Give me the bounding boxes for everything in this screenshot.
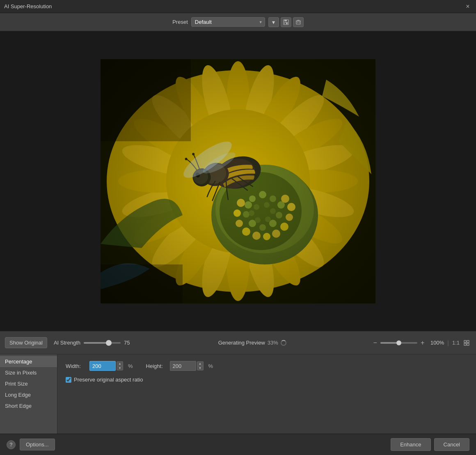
ai-strength-thumb[interactable] [106, 340, 112, 346]
svg-rect-82 [464, 343, 466, 345]
preset-dropdown[interactable]: Default Custom [191, 17, 265, 27]
svg-rect-6 [298, 20, 299, 21]
svg-rect-83 [467, 343, 469, 345]
zoom-ratio: 1:1 [452, 340, 460, 346]
svg-rect-79 [101, 59, 375, 303]
preset-label: Preset [172, 19, 188, 25]
options-button[interactable]: Options... [20, 439, 55, 450]
enhance-button[interactable]: Enhance [391, 438, 430, 451]
height-down-button[interactable]: ▼ [197, 366, 204, 370]
height-input-wrap: ▲ ▼ [170, 361, 204, 371]
preset-select-wrap: Default Custom [191, 17, 265, 27]
zoom-plus-button[interactable]: + [420, 339, 425, 347]
preserve-aspect-checkbox[interactable] [66, 377, 71, 383]
height-input[interactable] [170, 361, 196, 371]
preset-controls: ▾ [268, 17, 304, 27]
height-unit: % [208, 363, 213, 369]
generating-section: Generating Preview 33% [139, 340, 366, 346]
height-label: Height: [146, 363, 167, 369]
preserve-aspect-row: Preserve original aspect ratio [66, 377, 468, 383]
preview-area [0, 31, 476, 331]
zoom-minus-button[interactable]: − [373, 339, 378, 347]
cancel-button[interactable]: Cancel [434, 438, 469, 451]
height-up-button[interactable]: ▲ [197, 361, 204, 366]
width-up-button[interactable]: ▲ [117, 361, 123, 366]
width-input[interactable] [89, 361, 116, 371]
dimensions-row: Width: ▲ ▼ % Height: ▲ ▼ % [66, 361, 468, 371]
ai-strength-section: AI Strength 75 [54, 340, 132, 346]
svg-rect-80 [464, 340, 466, 342]
action-left: ? Options... [7, 439, 55, 450]
width-spinners: ▲ ▼ [117, 361, 123, 370]
width-down-button[interactable]: ▼ [117, 366, 123, 370]
title-bar: AI Super-Resolution × [0, 0, 476, 13]
svg-rect-4 [296, 21, 300, 24]
generating-percent: 33% [268, 340, 278, 346]
show-original-button[interactable]: Show Original [5, 337, 47, 348]
svg-rect-3 [285, 23, 286, 24]
preset-bar: Preset Default Custom ▾ [0, 13, 476, 31]
generating-text: Generating Preview [218, 340, 265, 346]
ai-strength-label: AI Strength [54, 340, 80, 346]
width-input-wrap: ▲ ▼ [89, 361, 123, 371]
zoom-divider: | [447, 340, 449, 346]
zoom-section: − + 100% | 1:1 [373, 338, 471, 347]
bee-svg [101, 59, 375, 303]
ai-strength-fill [84, 342, 109, 344]
menu-item-size-pixels[interactable]: Size in Pixels [0, 367, 57, 378]
zoom-value: 100% [428, 340, 444, 346]
zoom-thumb[interactable] [396, 340, 401, 345]
zoom-fit-button[interactable] [462, 338, 471, 347]
menu-item-print-size[interactable]: Print Size [0, 378, 57, 389]
svg-rect-81 [467, 340, 469, 342]
menu-item-percentage[interactable]: Percentage [0, 356, 57, 367]
action-bar: ? Options... Enhance Cancel [0, 434, 476, 455]
controls-bar: Show Original AI Strength 75 Generating … [0, 331, 476, 354]
settings-menu: Percentage Size in Pixels Print Size Lon… [0, 354, 57, 444]
settings-content: Width: ▲ ▼ % Height: ▲ ▼ % Preserve [57, 354, 476, 444]
preset-save-btn[interactable] [281, 17, 291, 27]
ai-strength-value: 75 [124, 340, 132, 346]
menu-item-short-edge[interactable]: Short Edge [0, 400, 57, 411]
action-right: Enhance Cancel [391, 438, 469, 451]
svg-rect-1 [284, 20, 287, 21]
preset-delete-btn[interactable] [293, 17, 304, 27]
ai-strength-slider[interactable] [84, 342, 121, 344]
settings-panel: Percentage Size in Pixels Print Size Lon… [0, 354, 476, 444]
help-button[interactable]: ? [7, 440, 16, 449]
preserve-aspect-label[interactable]: Preserve original aspect ratio [74, 377, 143, 383]
close-icon[interactable]: × [464, 2, 472, 11]
menu-item-long-edge[interactable]: Long Edge [0, 389, 57, 400]
width-label: Width: [66, 363, 86, 369]
preset-dropdown-arrow-btn[interactable]: ▾ [268, 17, 279, 27]
bee-image [101, 59, 375, 303]
app-title: AI Super-Resolution [4, 3, 52, 9]
height-spinners: ▲ ▼ [197, 361, 204, 370]
zoom-slider[interactable] [380, 342, 417, 344]
width-unit: % [128, 363, 133, 369]
generating-spinner [281, 340, 286, 346]
